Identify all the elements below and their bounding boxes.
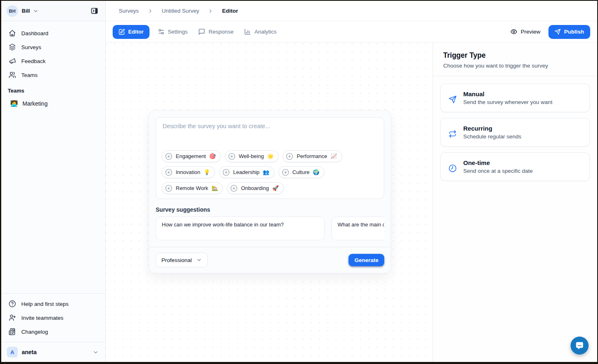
sidebar-footer-nav: Help and first steps Invite teammates Ch… [1,293,105,342]
sidebar-item-label: Help and first steps [21,301,69,307]
breadcrumb-survey-name[interactable]: Untitled Survey [162,8,199,14]
topic-pill-onboarding[interactable]: Onboarding 🚀 [227,182,283,194]
user-menu[interactable]: BH Bill [1,1,105,21]
tab-label: Settings [168,29,188,35]
sidebar-nav: Dashboard Surveys Feedback Teams [1,21,105,111]
sidebar-item-invite[interactable]: Invite teammates [1,311,105,325]
tab-analytics[interactable]: Analytics [244,28,276,35]
globe-emoji-icon: 🌍 [313,169,319,175]
sidebar-item-changelog[interactable]: Changelog [1,325,105,339]
changelog-icon [9,328,16,335]
breadcrumb-current: Editor [222,8,238,14]
chevron-right-icon [208,8,213,14]
option-title: One-time [463,159,533,166]
eye-icon [510,28,517,35]
trigger-type-panel: Trigger Type Choose how you want to trig… [433,43,597,362]
chevron-down-icon [93,349,99,355]
ai-survey-composer: Engagement 🎯 Well-being 🌟 Performance [149,110,391,274]
publish-button[interactable]: Publish [548,25,590,39]
plus-circle-icon [165,185,172,192]
trigger-header: Trigger Type Choose how you want to trig… [433,43,597,76]
trigger-option-manual[interactable]: Manual Send the survey whenever you want [440,84,590,112]
trigger-options: Manual Send the survey whenever you want… [433,76,597,194]
tab-editor[interactable]: Editor [113,25,150,39]
sidebar: BH Bill Dashboard Surveys [1,1,106,362]
sidebar-item-label: Feedback [21,58,45,64]
topic-pill-remote-work[interactable]: Remote Work 🏡 [162,182,223,194]
sidebar-collapse-icon[interactable] [88,5,100,17]
survey-canvas[interactable]: Engagement 🎯 Well-being 🌟 Performance [106,43,433,362]
chevron-down-icon [196,257,202,263]
house-emoji-icon: 🏡 [211,185,218,191]
workspace-avatar: A [7,347,18,357]
tone-value: Professional [161,257,192,263]
sidebar-item-help[interactable]: Help and first steps [1,297,105,311]
topic-pill-culture[interactable]: Culture 🌍 [279,166,324,178]
trigger-option-recurring[interactable]: Recurring Schedule regular sends [440,118,590,147]
chevron-right-icon [147,8,153,14]
prompt-box: Engagement 🎯 Well-being 🌟 Performance [156,117,384,199]
users-icon [9,71,16,79]
megaphone-icon [9,57,16,65]
plus-circle-icon [222,169,230,176]
app-window: BH Bill Dashboard Surveys [0,0,598,364]
tone-select[interactable]: Professional [156,253,208,267]
topic-pill-performance[interactable]: Performance 📈 [283,150,342,162]
chat-bubble-icon [575,341,584,350]
preview-button[interactable]: Preview [510,28,540,35]
teams-section-label: Teams [1,82,105,96]
workspace-name: aneta [22,349,37,355]
sidebar-item-surveys[interactable]: Surveys [1,40,105,54]
sidebar-item-marketing[interactable]: 🧑‍💻 Marketing [1,96,105,111]
topic-pill-engagement[interactable]: Engagement 🎯 [162,150,221,162]
suggestion-card[interactable]: What are the main ob [331,217,384,240]
breadcrumb: Surveys Untitled Survey Editor [106,1,597,21]
tab-response[interactable]: Response [198,28,233,35]
composer-footer: Professional Generate [149,247,391,273]
dart-emoji-icon: 🎯 [209,153,216,159]
clock-icon [448,162,457,174]
topic-pill-well-being[interactable]: Well-being 🌟 [225,150,279,162]
send-icon [555,29,561,35]
user-plus-icon [9,314,16,321]
plus-circle-icon [286,153,293,160]
chat-widget-button[interactable] [571,337,589,355]
chart-emoji-icon: 📈 [331,153,337,159]
repeat-icon [448,128,457,140]
star-emoji-icon: 🌟 [267,153,274,159]
suggestions-title: Survey suggestions [156,206,384,213]
suggestions-row: How can we improve work-life balance in … [156,217,384,240]
bar-chart-icon [244,28,251,35]
sidebar-item-feedback[interactable]: Feedback [1,54,105,68]
breadcrumb-surveys[interactable]: Surveys [119,8,139,14]
avatar: BH [7,5,18,17]
home-icon [9,29,16,37]
plus-circle-icon [228,153,236,160]
panel-subtitle: Choose how you want to trigger the surve… [443,63,587,69]
technologist-emoji-icon: 🧑‍💻 [10,100,18,107]
editor-toolbar: Editor Settings Response Analytics [106,21,597,43]
sidebar-item-teams[interactable]: Teams [1,68,105,82]
sliders-icon [158,28,165,35]
sidebar-item-label: Teams [21,72,38,78]
topic-pill-leadership[interactable]: Leadership 👥 [219,166,274,178]
sidebar-item-dashboard[interactable]: Dashboard [1,26,105,40]
user-name: Bill [22,8,30,14]
people-emoji-icon: 👥 [263,169,270,175]
option-title: Recurring [463,125,521,132]
generate-button[interactable]: Generate [349,254,384,266]
panel-title: Trigger Type [443,51,587,60]
workspace-switcher[interactable]: A aneta [1,342,105,362]
topic-pill-innovation[interactable]: Innovation 💡 [162,166,215,178]
suggestion-card[interactable]: How can we improve work-life balance in … [156,217,325,240]
message-square-icon [198,28,205,35]
layers-icon [9,43,16,51]
option-description: Schedule regular sends [463,133,521,140]
trigger-option-one-time[interactable]: One-time Send once at a specific date [440,152,590,181]
rocket-emoji-icon: 🚀 [272,185,279,191]
chevron-down-icon [33,8,39,14]
plus-circle-icon [230,185,238,192]
topic-pills: Engagement 🎯 Well-being 🌟 Performance [162,150,378,194]
option-description: Send the survey whenever you want [463,99,553,105]
tab-settings[interactable]: Settings [158,28,188,35]
